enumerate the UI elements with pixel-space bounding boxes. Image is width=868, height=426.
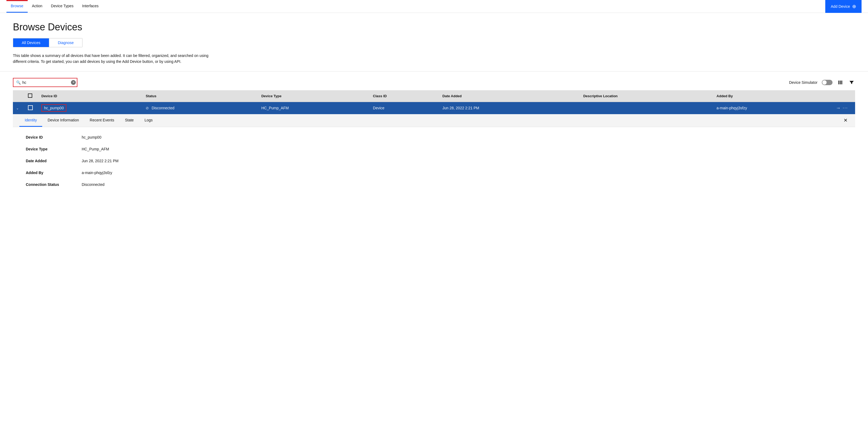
col-status: Status <box>141 90 257 102</box>
field-label-device-type: Device Type <box>26 145 80 153</box>
columns-icon <box>838 80 843 85</box>
row-status: Disconnected <box>152 106 175 110</box>
detail-tab-state[interactable]: State <box>120 114 139 127</box>
svg-rect-0 <box>838 80 839 84</box>
filter-icon-button[interactable] <box>848 79 855 86</box>
nav-tab-action[interactable]: Action <box>28 0 47 12</box>
row-chevron-icon[interactable]: ⌄ <box>16 106 19 110</box>
detail-panel-row: Identity Device Information Recent Event… <box>13 114 855 195</box>
table-body: ⌄ hc_pump00 ⊘ Disconnected HC_Pump_AFM D… <box>13 102 855 195</box>
field-value-device-type: HC_Pump_AFM <box>82 145 189 153</box>
svg-rect-2 <box>841 80 842 84</box>
row-checkbox[interactable] <box>28 105 33 110</box>
device-simulator-toggle[interactable] <box>822 80 833 85</box>
page-title: Browse Devices <box>13 22 855 33</box>
plus-icon: ⊕ <box>852 3 856 9</box>
sub-tabs: All Devices Diagnose <box>13 38 83 47</box>
detail-content: Device ID hc_pump00 Device Type HC_Pump_… <box>13 127 855 195</box>
search-input[interactable] <box>22 80 69 85</box>
row-added-by-cell: a-main-phqyj3sfzy <box>712 102 834 114</box>
detail-panel-cell: Identity Device Information Recent Event… <box>13 114 855 195</box>
col-checkbox <box>24 90 37 102</box>
tab-all-devices[interactable]: All Devices <box>13 38 49 47</box>
devices-table: Device ID Status Device Type Class ID Da… <box>13 90 855 195</box>
nav-tab-device-types[interactable]: Device Types <box>47 0 78 12</box>
search-icon: 🔍 <box>16 80 21 85</box>
field-value-connection-status: Disconnected <box>82 181 189 188</box>
row-device-id: hc_pump00 <box>41 104 66 112</box>
field-value-device-id: hc_pump00 <box>82 133 189 141</box>
col-device-id: Device ID <box>37 90 141 102</box>
nav-tab-browse[interactable]: Browse <box>6 0 28 12</box>
row-device-id-cell[interactable]: hc_pump00 <box>37 102 141 114</box>
row-date-added-cell: Jun 28, 2022 2:21 PM <box>438 102 579 114</box>
top-nav: Browse Action Device Types Interfaces Ad… <box>0 0 868 13</box>
detail-tab-logs[interactable]: Logs <box>139 114 158 127</box>
col-class-id: Class ID <box>369 90 438 102</box>
clear-search-button[interactable]: ✕ <box>71 80 76 85</box>
add-device-button[interactable]: Add Device ⊕ <box>825 0 862 13</box>
field-label-added-by: Added By <box>26 169 80 176</box>
col-descriptive-location: Descriptive Location <box>579 90 712 102</box>
nav-tabs: Browse Action Device Types Interfaces <box>6 0 103 12</box>
row-navigate-button[interactable]: → <box>836 105 841 111</box>
toolbar-right: Device Simulator <box>789 79 855 86</box>
col-date-added: Date Added <box>438 90 579 102</box>
description-text: This table shows a summary of all device… <box>13 53 217 65</box>
columns-icon-button[interactable] <box>837 79 844 86</box>
row-device-type-cell: HC_Pump_AFM <box>257 102 368 114</box>
detail-tab-device-info[interactable]: Device Information <box>42 114 84 127</box>
disconnected-icon: ⊘ <box>146 106 149 110</box>
table-header: Device ID Status Device Type Class ID Da… <box>13 90 855 102</box>
field-label-device-id: Device ID <box>26 133 80 141</box>
svg-rect-1 <box>840 80 841 84</box>
field-label-date-added: Date Added <box>26 157 80 165</box>
detail-tabs: Identity Device Information Recent Event… <box>19 114 158 127</box>
col-expand <box>13 90 24 102</box>
toolbar: 🔍 ✕ Device Simulator <box>13 78 855 87</box>
row-location-cell <box>579 102 712 114</box>
search-box[interactable]: 🔍 ✕ <box>13 78 78 87</box>
nav-tab-interfaces[interactable]: Interfaces <box>78 0 103 12</box>
detail-tabs-row: Identity Device Information Recent Event… <box>13 114 855 127</box>
device-simulator-label: Device Simulator <box>789 80 817 85</box>
table-row: ⌄ hc_pump00 ⊘ Disconnected HC_Pump_AFM D… <box>13 102 855 114</box>
col-actions <box>834 90 855 102</box>
tab-diagnose[interactable]: Diagnose <box>49 38 82 47</box>
close-detail-button[interactable]: ✕ <box>842 116 849 124</box>
row-status-cell: ⊘ Disconnected <box>141 102 257 114</box>
section-divider <box>0 71 868 71</box>
col-device-type: Device Type <box>257 90 368 102</box>
select-all-checkbox[interactable] <box>28 94 32 98</box>
field-label-connection-status: Connection Status <box>26 181 80 188</box>
row-actions-cell: → ··· <box>834 102 855 114</box>
row-more-button[interactable]: ··· <box>843 105 848 110</box>
row-class-id-cell: Device <box>369 102 438 114</box>
filter-icon <box>849 80 854 85</box>
page-content: Browse Devices All Devices Diagnose This… <box>0 13 868 195</box>
detail-tab-identity[interactable]: Identity <box>19 114 42 127</box>
row-checkbox-cell[interactable] <box>24 102 37 114</box>
detail-tab-recent-events[interactable]: Recent Events <box>84 114 120 127</box>
field-value-date-added: Jun 28, 2022 2:21 PM <box>82 157 189 165</box>
row-expand-cell[interactable]: ⌄ <box>13 102 24 114</box>
field-value-added-by: a-main-phqyj3sfzy <box>82 169 189 176</box>
col-added-by: Added By <box>712 90 834 102</box>
